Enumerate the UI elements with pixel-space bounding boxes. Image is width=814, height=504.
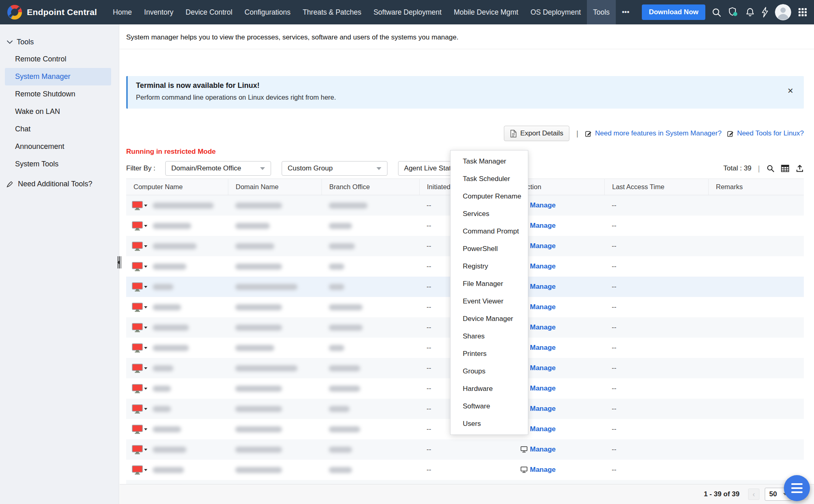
sidebar-item-remote-control[interactable]: Remote Control [0,50,119,68]
nav-item-threats-patches[interactable]: Threats & Patches [297,0,368,24]
computer-icon[interactable] [132,364,147,373]
computer-icon[interactable] [132,445,147,454]
quick-actions-bolt-icon[interactable] [761,7,768,17]
close-icon[interactable]: × [788,86,793,96]
last-access-time-cell: -- [604,277,708,297]
caret-down-icon[interactable] [144,205,147,207]
notification-bell-icon[interactable] [745,7,755,17]
caret-down-icon[interactable] [144,286,147,288]
sidebar-item-remote-shutdown[interactable]: Remote Shutdown [0,85,119,103]
manage-label: Manage [530,425,556,433]
nav-item-software-deployment[interactable]: Software Deployment [368,0,448,24]
computer-icon[interactable] [132,425,147,434]
need-tools-linux-link[interactable]: Need Tools for Linux? [727,129,804,137]
context-menu-item-event-viewer[interactable]: Event Viewer [451,292,528,310]
caret-down-icon[interactable] [144,469,147,471]
sidebar-item-system-manager[interactable]: System Manager [5,68,111,85]
pagination-bar: 1 - 39 of 39 ‹ 50 › [120,484,814,504]
computer-icon[interactable] [132,303,147,312]
computer-icon[interactable] [132,343,147,353]
caret-down-icon[interactable] [144,388,147,390]
computer-icon[interactable] [132,404,147,414]
column-header-computer-name[interactable]: Computer Name [126,179,228,195]
caret-down-icon[interactable] [144,367,147,369]
need-more-features-link[interactable]: Need more features in System Manager? [585,129,722,137]
caret-down-icon[interactable] [144,327,147,329]
sidebar-item-system-tools[interactable]: System Tools [0,155,119,173]
table-search-icon[interactable] [766,164,775,172]
nav-item-inventory[interactable]: Inventory [138,0,179,24]
column-header-action[interactable]: Action [515,179,604,195]
column-chooser-table-icon[interactable] [781,165,789,172]
context-menu-item-groups[interactable]: Groups [451,362,528,380]
context-menu-item-hardware[interactable]: Hardware [451,380,528,397]
context-menu-item-command-prompt[interactable]: Command Prompt [451,223,528,240]
manage-label: Manage [530,445,556,454]
manage-link[interactable]: Manage [521,466,556,474]
sidebar-item-announcement[interactable]: Announcement [0,138,119,155]
computer-icon[interactable] [132,201,147,210]
sidebar-collapse-handle[interactable] [117,256,122,268]
nav-item-configurations[interactable]: Configurations [239,0,297,24]
previous-page-button[interactable]: ‹ [748,489,759,500]
nav-item-home[interactable]: Home [107,0,138,24]
filter-select-domain-remote-office[interactable]: Domain/Remote Office [165,161,271,176]
context-menu-item-device-manager[interactable]: Device Manager [451,310,528,327]
sidebar-item-wake-on-lan[interactable]: Wake on LAN [0,103,119,120]
context-menu-item-software[interactable]: Software [451,397,528,415]
context-menu-item-users[interactable]: Users [451,415,528,432]
computer-icon[interactable] [132,242,147,251]
branch-office-cell [322,439,419,460]
nav-item-device-control[interactable]: Device Control [179,0,239,24]
manage-label: Manage [530,262,556,271]
caret-down-icon[interactable] [144,266,147,268]
caret-down-icon[interactable] [144,428,147,430]
apps-grid-icon[interactable] [798,7,807,17]
computer-icon[interactable] [132,465,147,475]
computer-icon[interactable] [132,262,147,271]
caret-down-icon[interactable] [144,347,147,349]
brand[interactable]: Endpoint Central [0,5,97,20]
download-now-button[interactable]: Download Now [642,4,705,20]
security-shield-icon[interactable] [728,7,739,17]
caret-down-icon[interactable] [144,449,147,451]
context-menu-item-printers[interactable]: Printers [451,345,528,362]
export-upload-icon[interactable] [796,164,804,172]
sidebar-item-need-additional-tools[interactable]: Need Additional Tools? [0,175,119,193]
column-header-branch-office[interactable]: Branch Office [322,179,419,195]
search-icon[interactable] [712,8,721,17]
sidebar-item-chat[interactable]: Chat [0,120,119,138]
manage-link[interactable]: Manage [521,445,556,454]
column-header-domain-name[interactable]: Domain Name [228,179,322,195]
context-menu-item-powershell[interactable]: PowerShell [451,240,528,257]
context-menu-item-registry[interactable]: Registry [451,257,528,275]
nav-item-more[interactable]: ••• [616,0,635,24]
context-menu-item-task-scheduler[interactable]: Task Scheduler [451,170,528,188]
computer-icon[interactable] [132,323,147,332]
context-menu-item-shares[interactable]: Shares [451,327,528,345]
computer-icon[interactable] [132,282,147,292]
context-menu-item-computer-rename[interactable]: Computer Rename [451,188,528,205]
domain-name-cell [228,358,322,378]
caret-down-icon[interactable] [144,225,147,227]
computer-icon[interactable] [132,384,147,393]
nav-item-os-deployment[interactable]: OS Deployment [524,0,587,24]
caret-down-icon[interactable] [144,245,147,247]
computer-name-cell [126,358,228,378]
context-menu-item-services[interactable]: Services [451,205,528,223]
filter-select-custom-group[interactable]: Custom Group [282,161,387,176]
export-details-button[interactable]: Export Details [504,126,569,141]
caret-down-icon[interactable] [144,306,147,308]
column-header-remarks[interactable]: Remarks [708,179,804,195]
nav-item-mobile-device-mgmt[interactable]: Mobile Device Mgmt [448,0,525,24]
caret-down-icon[interactable] [144,408,147,410]
floating-menu-button[interactable] [784,475,810,501]
export-details-label: Export Details [520,129,563,137]
nav-item-tools[interactable]: Tools [587,0,616,24]
context-menu-item-task-manager[interactable]: Task Manager [451,153,528,170]
user-avatar[interactable] [775,4,791,20]
context-menu-item-file-manager[interactable]: File Manager [451,275,528,292]
computer-icon[interactable] [132,221,147,231]
column-header-last-access-time[interactable]: Last Access Time [604,179,708,195]
sidebar-section-tools[interactable]: Tools [0,33,119,50]
